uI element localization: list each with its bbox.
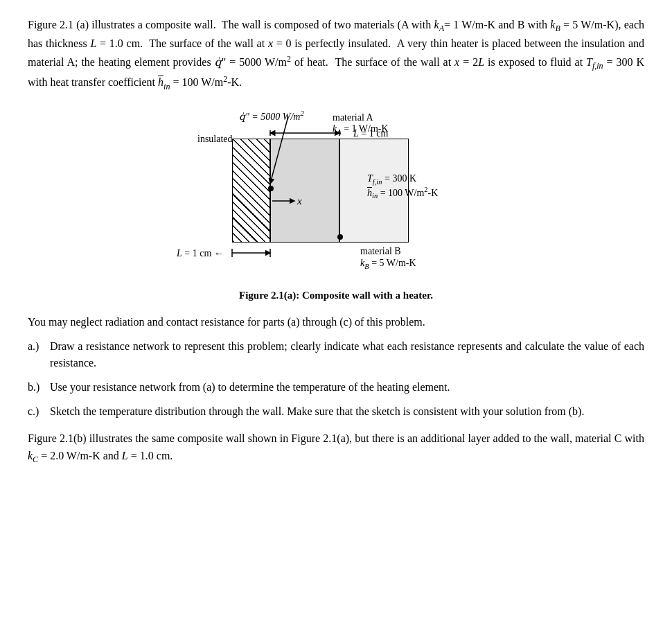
questions-section: You may neglect radiation and contact re… — [28, 314, 644, 466]
k-b-label: kB = 5 W/m-K — [360, 258, 416, 270]
interface-dot — [337, 234, 343, 240]
question-a-text: Draw a resistance network to represent t… — [50, 338, 644, 373]
q-flux-label: q̇" = 5000 W/m2 — [239, 109, 304, 123]
question-b: b.) Use your resistance network from (a)… — [28, 379, 644, 396]
material-a-block — [270, 139, 339, 243]
question-c: c.) Sketch the temperature distribution … — [28, 403, 644, 421]
question-b-text: Use your resistance network from (a) to … — [50, 379, 644, 396]
insulation-block — [232, 139, 270, 243]
L-top-label: L = 1 cm — [353, 128, 388, 139]
material-a-label: material A — [333, 112, 373, 123]
figure-caption: Figure 2.1(a): Composite wall with a hea… — [239, 290, 433, 301]
question-a: a.) Draw a resistance network to represe… — [28, 338, 644, 373]
L-bottom-label: L = 1 cm ← — [177, 248, 224, 259]
material-b-label: material B — [360, 246, 401, 257]
question-c-label: c.) — [28, 403, 50, 421]
figure-container: x q̇" = 5000 W/m2 insulated materia — [28, 104, 644, 301]
h-in-label: hin = 100 W/m2-K — [367, 186, 438, 200]
intro-text: Figure 2.1 (a) illustrates a composite w… — [28, 17, 644, 93]
insulated-label: insulated — [197, 134, 233, 145]
T-fluid-label: Tf,in = 300 K — [367, 173, 416, 186]
diagram-area: x q̇" = 5000 W/m2 insulated materia — [156, 104, 516, 284]
heater-dot — [268, 186, 274, 191]
last-paragraph: Figure 2.1(b) illustrates the same compo… — [28, 430, 644, 466]
neglect-text: You may neglect radiation and contact re… — [28, 314, 644, 331]
question-c-text: Sketch the temperature distribution thro… — [50, 403, 644, 421]
question-b-label: b.) — [28, 379, 50, 396]
question-a-label: a.) — [28, 338, 50, 373]
